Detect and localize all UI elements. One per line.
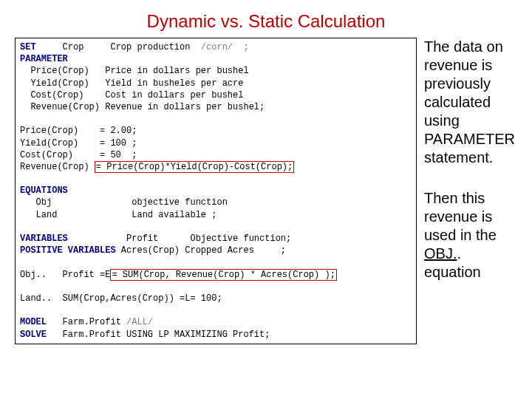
side-para-2: Then this revenue is used in the OBJ.. e…: [424, 189, 517, 282]
eq-obj: Obj objective function: [20, 197, 228, 208]
param-cost: Cost(Crop) Cost in dollars per bushel: [20, 90, 243, 100]
kw-solve: SOLVE: [20, 330, 47, 340]
assign-cost: Cost(Crop) = 50 ;: [20, 150, 137, 160]
assign-price: Price(Crop) = 2.00;: [20, 126, 137, 136]
eq-land: Land Land available ;: [20, 210, 216, 220]
side-notes: The data on revenue is previously calcul…: [424, 38, 517, 344]
assign-yield: Yield(Crop) = 100 ;: [20, 138, 137, 149]
slide-title: Dynamic vs. Static Calculation: [15, 11, 517, 32]
set-comment: /corn/ ;: [201, 42, 249, 52]
set-line: Crop Crop production: [36, 42, 201, 52]
kw-equations: EQUATIONS: [20, 185, 68, 196]
highlight-obj-sum: = SUM(Crop, Revenue(Crop) * Acres(Crop) …: [110, 269, 336, 281]
param-price: Price(Crop) Price in dollars per bushel: [20, 66, 249, 76]
param-revenue: Revenue(Crop) Revenue in dollars per bus…: [20, 102, 265, 112]
side-p2a: Then this revenue is used in the: [424, 190, 497, 243]
model-comment: /ALL/: [126, 317, 153, 327]
kw-model: MODEL: [20, 317, 47, 327]
var-line: Profit Objective function;: [68, 233, 291, 244]
kw-parameter: PARAMETER: [20, 54, 68, 64]
param-yield: Yield(Crop) Yield in busheles per acre: [20, 78, 243, 89]
land-line: Land.. SUM(Crop,Acres(Crop)) =L= 100;: [20, 293, 222, 304]
posvar-line: Acres(Crop) Cropped Acres ;: [116, 245, 286, 256]
code-block: SET Crop Crop production /corn/ ; PARAME…: [15, 38, 417, 344]
solve-line: Farm.Profit USING LP MAXIMIZING Profit;: [47, 330, 270, 340]
kw-positive-variables: POSITIVE VARIABLES: [20, 245, 116, 256]
side-para-1: The data on revenue is previously calcul…: [424, 38, 517, 167]
content-row: SET Crop Crop production /corn/ ; PARAME…: [15, 38, 517, 344]
side-p2b: OBJ.: [424, 245, 457, 262]
kw-variables: VARIABLES: [20, 233, 68, 244]
model-line: Farm.Profit: [47, 317, 126, 327]
kw-set: SET: [20, 42, 36, 52]
highlight-revenue-calc: = Price(Crop)*Yield(Crop)-Cost(Crop);: [95, 161, 294, 173]
assign-rev-left: Revenue(Crop): [20, 162, 95, 172]
obj-left: Obj.. Profit =E: [20, 270, 110, 280]
